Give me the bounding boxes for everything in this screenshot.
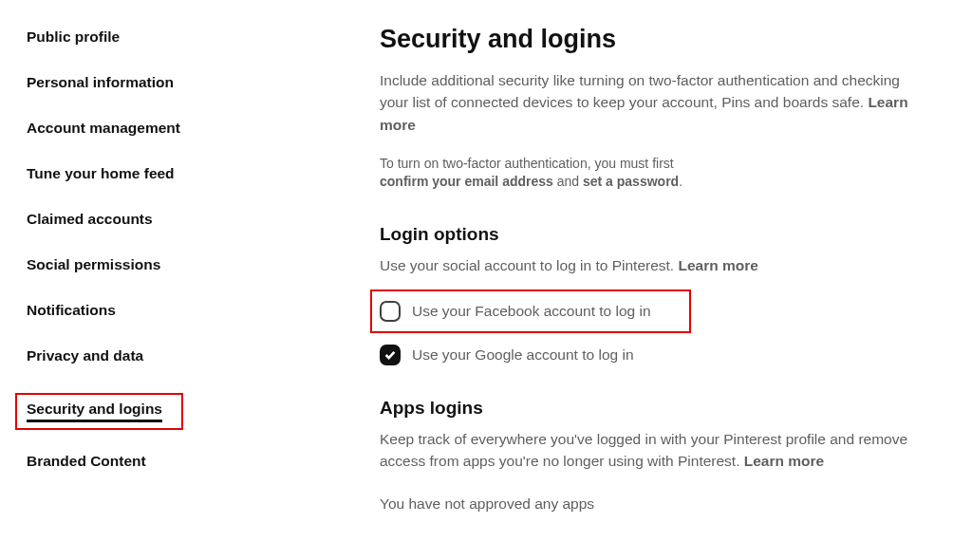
apps-logins-empty: You have not approved any apps [380, 495, 915, 513]
sidebar-item-security-logins[interactable]: Security and logins [27, 401, 162, 422]
page-intro-text: Include additional security like turning… [380, 72, 900, 110]
sidebar-item-branded-content[interactable]: Branded Content [27, 453, 146, 470]
apps-logins-learn-more-link[interactable]: Learn more [744, 453, 824, 469]
settings-sidebar: Public profile Personal information Acco… [0, 0, 237, 560]
two-factor-note: To turn on two-factor authentication, yo… [380, 155, 915, 192]
sidebar-item-claimed-accounts[interactable]: Claimed accounts [27, 211, 153, 228]
check-icon [383, 348, 397, 362]
apps-logins-title: Apps logins [380, 398, 915, 419]
sidebar-item-notifications[interactable]: Notifications [27, 302, 116, 319]
google-login-checkbox[interactable] [380, 345, 401, 365]
set-password-link[interactable]: set a password [583, 174, 679, 189]
apps-logins-desc: Keep track of everywhere you've logged i… [380, 428, 915, 473]
main-content: Security and logins Include additional s… [237, 0, 972, 560]
annotation-highlight-facebook: Use your Facebook account to log in [370, 289, 691, 333]
login-options-learn-more-link[interactable]: Learn more [678, 257, 757, 273]
note-and: and [553, 174, 583, 189]
google-login-option: Use your Google account to log in [380, 345, 915, 365]
google-login-label: Use your Google account to log in [412, 346, 634, 364]
page-title: Security and logins [380, 25, 915, 54]
login-options-desc: Use your social account to log in to Pin… [380, 254, 915, 276]
sidebar-item-public-profile[interactable]: Public profile [27, 28, 120, 46]
annotation-highlight-sidebar: Security and logins [15, 393, 183, 430]
sidebar-item-privacy-data[interactable]: Privacy and data [27, 347, 143, 364]
facebook-login-label: Use your Facebook account to log in [412, 303, 651, 320]
facebook-login-checkbox[interactable] [380, 301, 401, 322]
sidebar-item-personal-information[interactable]: Personal information [27, 74, 174, 91]
apps-logins-desc-text: Keep track of everywhere you've logged i… [380, 431, 907, 469]
facebook-login-option: Use your Facebook account to log in [380, 301, 651, 322]
login-options-title: Login options [380, 224, 915, 245]
login-options-desc-text: Use your social account to log in to Pin… [380, 257, 678, 273]
sidebar-item-account-management[interactable]: Account management [27, 120, 180, 137]
sidebar-item-tune-home-feed[interactable]: Tune your home feed [27, 165, 175, 182]
confirm-email-link[interactable]: confirm your email address [380, 174, 553, 189]
sidebar-item-social-permissions[interactable]: Social permissions [27, 256, 160, 273]
note-prefix: To turn on two-factor authentication, yo… [380, 156, 674, 171]
note-suffix: . [679, 174, 682, 189]
page-intro: Include additional security like turning… [380, 69, 915, 136]
